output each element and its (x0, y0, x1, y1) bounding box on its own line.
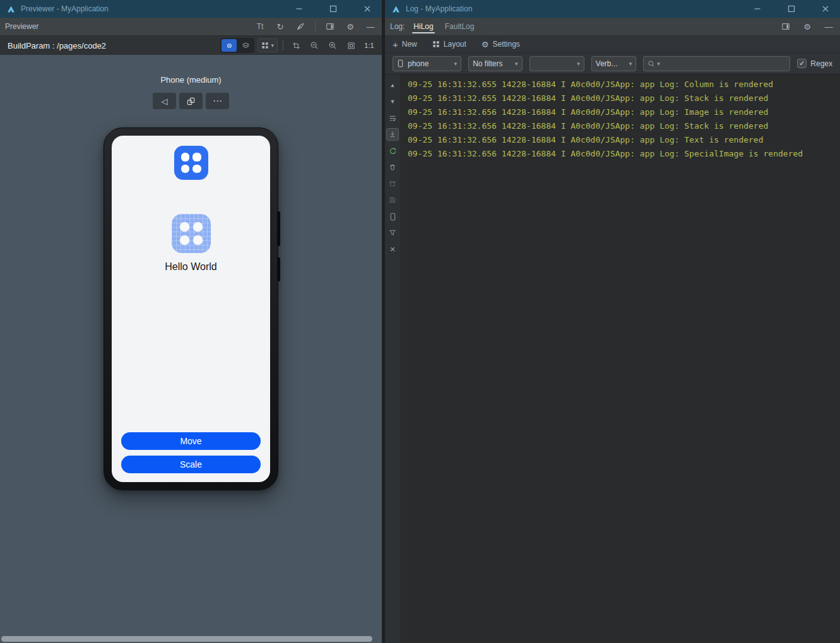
chevron-down-icon: ▾ (577, 61, 580, 67)
previewer-tab-bar: Previewer Tt ↻ ⚙ — (0, 18, 382, 36)
divider (315, 21, 316, 32)
chevron-down-icon: ▾ (629, 61, 632, 67)
filter-icon[interactable] (387, 227, 398, 239)
log-line: 09-25 16:31:32.656 14228-16884 I A0c0d0/… (408, 147, 832, 161)
log-line: 09-25 16:31:32.656 14228-16884 I A0c0d0/… (408, 119, 832, 133)
scroll-up-icon[interactable]: ▲ (387, 80, 398, 91)
divider (283, 40, 283, 50)
gear-icon[interactable]: ⚙ (800, 20, 815, 33)
build-param-label: BuildParam : /pages/code2 (8, 41, 106, 50)
tab-previewer[interactable]: Previewer (5, 22, 38, 31)
move-button[interactable]: Move (121, 432, 261, 450)
process-select[interactable]: ▾ (529, 56, 584, 71)
hide-panel-icon[interactable]: — (363, 20, 378, 33)
hide-panel-icon[interactable]: — (821, 20, 836, 33)
previewer-window: Previewer - MyApplication Previewer Tt ↻… (0, 0, 382, 643)
rotate-device-button[interactable] (179, 93, 203, 109)
save-log-icon[interactable] (387, 194, 398, 206)
regex-label: Regex (810, 59, 832, 68)
layout-button[interactable]: Layout (432, 40, 466, 49)
phone-frame: Hello World Move Scale (104, 127, 278, 490)
deveco-logo-icon (6, 4, 16, 14)
panel-layout-icon[interactable] (322, 20, 338, 33)
scroll-down-icon[interactable]: ▼ (387, 96, 398, 107)
inspector-pen-icon[interactable] (293, 20, 308, 33)
layers-icon[interactable] (238, 39, 253, 52)
preview-mode-switch (220, 38, 254, 53)
device-select-value: phone (408, 59, 429, 68)
log-titlebar: Log - MyApplication (385, 0, 840, 18)
chevron-down-icon: ▾ (515, 61, 518, 67)
log-body: ▲ ▼ (385, 74, 840, 643)
fit-screen-icon[interactable] (343, 38, 358, 52)
clear-log-icon[interactable] (387, 162, 398, 173)
zoom-out-icon[interactable] (307, 38, 322, 52)
tab-faultlog[interactable]: FaultLog (442, 18, 477, 35)
log-output[interactable]: 09-25 16:31:32.655 14228-16884 I A0c0d0/… (400, 74, 840, 643)
settings-button[interactable]: ⚙ Settings (482, 40, 520, 49)
power-button (277, 257, 280, 281)
back-button[interactable]: ◁ (153, 93, 176, 109)
log-window: Log - MyApplication Log: HiLog FaultLog … (385, 0, 840, 643)
refresh-icon[interactable]: ↻ (273, 20, 288, 33)
grid-view-dropdown[interactable]: ▾ (257, 38, 278, 52)
search-input[interactable] (662, 59, 786, 68)
filter-select[interactable]: No filters ▾ (468, 56, 522, 71)
log-filter-bar: phone ▾ No filters ▾ ▾ Verb... ▾ ▾ Regex (385, 53, 840, 74)
new-button[interactable]: + New (393, 40, 417, 49)
gear-icon: ⚙ (482, 40, 489, 49)
grid-icon (432, 40, 440, 48)
regex-option[interactable]: Regex (797, 59, 832, 68)
search-box: ▾ (643, 56, 790, 71)
regex-checkbox[interactable] (797, 59, 807, 68)
icon-dot (180, 235, 189, 245)
archive-icon[interactable] (387, 178, 398, 189)
zoom-ratio-label[interactable]: 1:1 (362, 38, 377, 52)
device-select[interactable]: phone ▾ (393, 56, 461, 71)
previewer-window-title: Previewer - MyApplication (21, 4, 109, 13)
horizontal-scrollbar[interactable] (1, 636, 372, 642)
deveco-logo-icon (391, 4, 401, 14)
level-select[interactable]: Verb... ▾ (591, 56, 636, 71)
device-screenshot-icon[interactable] (387, 211, 398, 222)
close-panel-icon[interactable]: ✕ (387, 244, 398, 255)
soft-wrap-icon[interactable] (387, 112, 398, 124)
dynamic-preview-icon[interactable] (222, 39, 237, 52)
icon-dot (180, 222, 189, 232)
font-settings-icon[interactable]: Tt (252, 20, 268, 33)
frame-icon[interactable] (288, 38, 304, 52)
gear-icon[interactable]: ⚙ (343, 20, 358, 33)
scroll-to-end-icon[interactable] (387, 129, 398, 140)
rotate-icon (186, 97, 196, 106)
preview-nav-buttons: ◁ ⋯ (153, 93, 229, 109)
close-button[interactable] (811, 0, 840, 18)
log-line: 09-25 16:31:32.656 14228-16884 I A0c0d0/… (408, 105, 832, 119)
more-options-button[interactable]: ⋯ (206, 93, 229, 109)
maximize-button[interactable] (319, 0, 348, 18)
maximize-button[interactable] (777, 0, 806, 18)
new-button-label: New (402, 40, 417, 49)
tab-hilog[interactable]: HiLog (411, 18, 435, 35)
scale-button[interactable]: Scale (121, 456, 261, 473)
minimize-button[interactable] (285, 0, 314, 18)
filter-select-value: No filters (473, 59, 502, 68)
search-history-chevron-icon[interactable]: ▾ (657, 61, 660, 67)
log-line: 09-25 16:31:32.655 14228-16884 I A0c0d0/… (408, 78, 832, 91)
zoom-in-icon[interactable] (325, 38, 340, 52)
app-icon-faded (172, 214, 211, 253)
icon-dot (181, 153, 190, 162)
minimize-button[interactable] (743, 0, 772, 18)
chevron-down-icon: ▾ (271, 42, 274, 49)
settings-button-label: Settings (492, 40, 519, 49)
icon-dot (193, 222, 203, 232)
close-button[interactable] (353, 0, 382, 18)
preview-canvas[interactable]: Phone (medium) ◁ ⋯ (0, 55, 382, 643)
panel-layout-icon[interactable] (778, 20, 793, 33)
icon-dot (192, 153, 201, 162)
device-label: Phone (medium) (160, 75, 221, 85)
icon-dot (192, 165, 201, 174)
resume-icon[interactable] (387, 145, 398, 156)
grid-icon (261, 42, 269, 49)
search-icon (648, 60, 655, 68)
log-action-bar: + New Layout ⚙ Settings (385, 36, 840, 53)
